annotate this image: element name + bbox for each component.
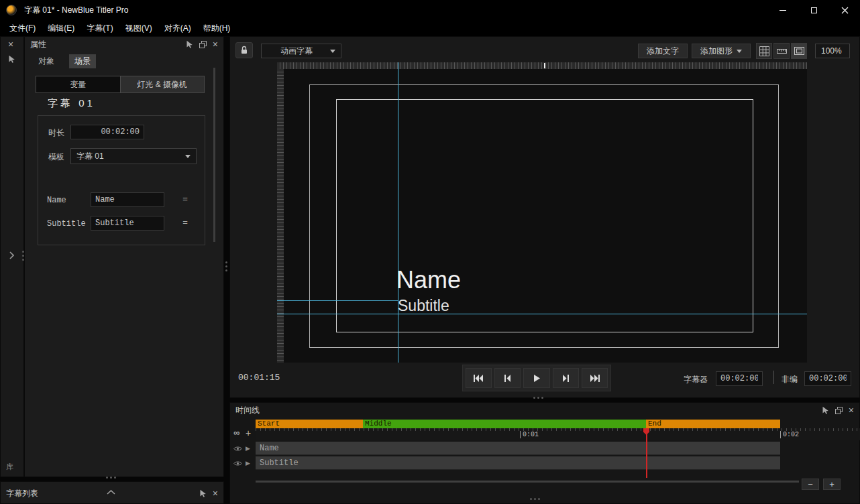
play-button[interactable] [523, 368, 549, 388]
timeline-panel: 时间线 × Start Middle End 0:01 0:02 ∞ + ▶ N… [229, 402, 860, 504]
properties-header: 属性 × [25, 37, 223, 52]
splitter-handle[interactable] [106, 477, 116, 479]
prev-frame-button[interactable] [494, 368, 521, 388]
canvas-text-name[interactable]: Name [396, 266, 461, 294]
template-dropdown[interactable]: 字幕 01 [70, 148, 197, 164]
add-track-button[interactable]: + [246, 427, 251, 439]
menu-item-title[interactable]: 字幕(T) [80, 20, 119, 36]
menu-item-file[interactable]: 文件(F) [3, 20, 42, 36]
app-icon [6, 5, 17, 15]
track-bar-name[interactable]: Name [256, 442, 780, 455]
duration-field[interactable] [70, 125, 144, 139]
library-tab-label[interactable]: 库 [6, 462, 13, 472]
timeline-ruler[interactable]: 0:01 0:02 [256, 428, 860, 440]
maximize-button[interactable] [798, 0, 829, 20]
add-shape-button[interactable]: 添加图形 [692, 44, 751, 58]
guide-vertical[interactable] [398, 62, 398, 363]
menu-item-align[interactable]: 对齐(A) [158, 20, 197, 36]
zoom-dropdown[interactable]: 100% [815, 44, 850, 58]
grid-icon [759, 46, 769, 56]
chevron-right-icon[interactable] [9, 251, 14, 259]
titles-list-panel: 字幕列表 × [0, 481, 224, 504]
expand-arrow-icon[interactable]: ▶ [246, 445, 250, 452]
tab-object[interactable]: 对象 [33, 54, 60, 68]
add-text-button[interactable]: 添加文字 [638, 44, 688, 58]
canvas-stage[interactable]: Name Subtitle [284, 69, 807, 363]
popout-icon[interactable] [199, 41, 207, 48]
close-icon[interactable]: × [8, 40, 13, 48]
segment-start[interactable]: Start [256, 420, 363, 428]
timeline-zoom-out-button[interactable]: − [802, 479, 819, 490]
expand-arrow-icon[interactable]: ▶ [246, 460, 250, 466]
next-frame-button[interactable] [553, 368, 579, 388]
nle-time-field[interactable] [804, 371, 851, 386]
skip-start-button[interactable] [466, 368, 492, 388]
subtab-lights-camera[interactable]: 灯光 & 摄像机 [121, 76, 205, 92]
close-icon[interactable]: × [213, 40, 218, 48]
add-shape-label: 添加图形 [700, 46, 733, 57]
eye-icon[interactable] [233, 460, 242, 466]
titles-list-title: 字幕列表 [6, 488, 38, 499]
lock-button[interactable] [235, 42, 253, 58]
pointer-icon[interactable] [8, 55, 15, 63]
subtitle-input[interactable] [91, 216, 164, 231]
window-title: 字幕 01* - NewBlue Titler Pro [24, 5, 128, 16]
pin-icon[interactable] [822, 406, 829, 414]
menu-item-view[interactable]: 视图(V) [119, 20, 158, 36]
segment-end[interactable]: End [646, 420, 780, 428]
subtab-variables[interactable]: 变量 [36, 76, 121, 92]
title-heading: 字幕 01 [48, 97, 95, 110]
title-style-dropdown[interactable]: 动画字幕 [261, 44, 341, 58]
name-label: Name [47, 196, 66, 205]
ruler-tick-2s: 0:02 [780, 431, 799, 438]
splitter-handle[interactable] [225, 261, 227, 271]
left-dock-strip: × 库 [0, 36, 24, 477]
pin-icon[interactable] [186, 40, 193, 48]
segment-middle[interactable]: Middle [363, 420, 646, 428]
prev-frame-icon [504, 375, 511, 382]
close-button[interactable] [829, 0, 860, 20]
variables-group: 时长 模板 字幕 01 Name = Subtitle = [38, 115, 205, 245]
ruler-center-mark [544, 63, 545, 68]
ruler-vertical[interactable] [277, 69, 284, 363]
window-resize-handle[interactable] [530, 498, 540, 500]
minimize-button[interactable] [767, 0, 798, 20]
grid-toggle-button[interactable] [756, 43, 772, 59]
playhead-line[interactable] [646, 432, 647, 478]
minimize-icon [780, 10, 786, 11]
zoom-value: 100% [821, 46, 842, 56]
rulers-toggle-button[interactable] [773, 43, 790, 59]
subtitle-equals-button[interactable]: = [180, 216, 191, 229]
properties-title: 属性 [30, 39, 46, 50]
guide-horizontal-secondary[interactable] [277, 300, 398, 301]
guide-horizontal[interactable] [277, 314, 807, 314]
close-icon[interactable]: × [213, 489, 218, 497]
link-tracks-icon[interactable]: ∞ [233, 428, 239, 438]
next-frame-icon [562, 375, 569, 382]
ruler-horizontal[interactable] [277, 62, 807, 69]
close-icon[interactable]: × [849, 406, 854, 414]
titler-time-field[interactable] [716, 371, 763, 386]
close-icon [841, 7, 849, 14]
scene-subtabs: 变量 灯光 & 摄像机 [36, 76, 205, 93]
divider [773, 371, 774, 384]
pin-icon[interactable] [199, 489, 207, 497]
transport-controls [462, 365, 611, 391]
collapse-chevron-icon[interactable] [107, 490, 115, 495]
track-bar-subtitle[interactable]: Subtitle [256, 456, 780, 470]
menu-item-edit[interactable]: 编辑(E) [42, 20, 80, 36]
safe-area-toggle-button[interactable] [791, 43, 807, 59]
tab-scene[interactable]: 场景 [69, 54, 96, 68]
timeline-scrollbar[interactable] [256, 481, 799, 483]
menu-item-help[interactable]: 帮助(H) [197, 20, 237, 36]
canvas-text-subtitle[interactable]: Subtitle [398, 297, 449, 315]
timeline-title: 时间线 [235, 405, 260, 416]
name-input[interactable] [91, 192, 164, 207]
skip-end-button[interactable] [582, 368, 608, 388]
timeline-zoom-in-button[interactable]: + [823, 479, 841, 490]
splitter-handle[interactable] [533, 397, 543, 399]
eye-icon[interactable] [233, 446, 242, 452]
scrollbar[interactable] [213, 68, 215, 242]
name-equals-button[interactable]: = [180, 193, 191, 205]
popout-icon[interactable] [835, 407, 843, 414]
